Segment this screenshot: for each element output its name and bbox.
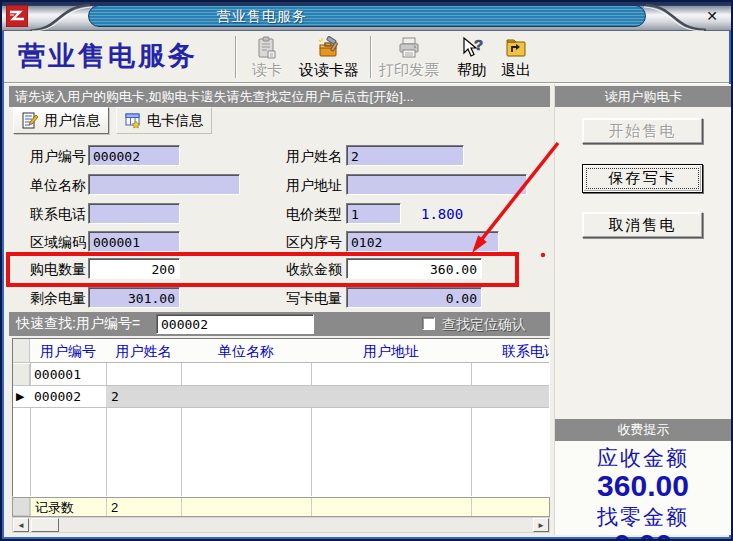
help-label: 帮助 bbox=[457, 62, 487, 78]
user-name-label: 用户姓名 bbox=[270, 148, 342, 166]
help-button[interactable]: ? 帮助 bbox=[452, 35, 492, 79]
amount-label: 收款金额 bbox=[270, 261, 342, 279]
cell-user-name: 2 bbox=[107, 386, 181, 407]
fee-panel-header: 收费提示 bbox=[555, 419, 732, 441]
app-logo-icon bbox=[6, 5, 28, 27]
write-card-label: 写卡电量 bbox=[270, 290, 342, 308]
card-reader-icon bbox=[256, 36, 278, 60]
confirm-locate-label: 查找定位确认 bbox=[442, 316, 526, 334]
cell-user-id: 000001 bbox=[30, 364, 106, 385]
area-code-label: 区域编码 bbox=[14, 234, 86, 252]
area-seq-label: 区内序号 bbox=[270, 234, 342, 252]
table-footer: 记录数 2 bbox=[12, 497, 550, 517]
scroll-left-button[interactable]: ◄ bbox=[13, 518, 29, 532]
print-invoice-button[interactable]: 打印发票 bbox=[376, 35, 442, 79]
footer-selector-stub bbox=[13, 498, 30, 516]
save-write-card-button[interactable]: 保存写卡 bbox=[582, 164, 703, 193]
grid-line bbox=[311, 498, 312, 516]
area-code-field[interactable] bbox=[88, 231, 180, 252]
user-name-field[interactable] bbox=[346, 145, 464, 166]
col-header-user-id[interactable]: 用户编号 bbox=[30, 339, 106, 363]
scroll-right-button[interactable]: ► bbox=[533, 518, 549, 532]
cell-user-id: 000002 bbox=[30, 386, 106, 407]
page-title: 营业售电服务 bbox=[18, 38, 198, 74]
prompt-bar: 请先读入用户的购电卡,如购电卡遗失请先查找定位用户后点击[开始]... bbox=[9, 86, 550, 107]
exit-icon bbox=[504, 36, 528, 60]
right-panel-header: 读用户购电卡 bbox=[555, 86, 732, 107]
price-type-field[interactable] bbox=[346, 203, 401, 224]
change-amount-label: 找零金额 bbox=[555, 503, 731, 531]
area-seq-field[interactable] bbox=[346, 231, 499, 252]
cancel-sale-button[interactable]: 取消售电 bbox=[582, 212, 703, 238]
selector-header-cell bbox=[13, 339, 30, 363]
table-row-selected[interactable]: 000002 2 ▶ bbox=[13, 386, 549, 408]
col-header-phone[interactable]: 联系电话 bbox=[471, 339, 550, 363]
org-name-field[interactable] bbox=[88, 174, 240, 195]
grid-line bbox=[30, 498, 31, 516]
user-addr-field[interactable] bbox=[346, 174, 527, 195]
svg-text:?: ? bbox=[474, 36, 483, 53]
exit-label: 退出 bbox=[501, 62, 531, 78]
start-sale-button[interactable]: 开始售电 bbox=[582, 118, 703, 144]
user-info-icon bbox=[22, 112, 39, 129]
setup-reader-button[interactable]: 设读卡器 bbox=[296, 35, 362, 79]
user-id-field[interactable] bbox=[88, 145, 180, 166]
client-area: 营业售电服务 读卡 设读卡器 bbox=[4, 31, 729, 537]
change-amount-value: 0.00 bbox=[555, 528, 731, 541]
print-invoice-label: 打印发票 bbox=[379, 62, 439, 78]
window-title: 营业售电服务 bbox=[88, 5, 646, 27]
scrollbar-thumb[interactable] bbox=[31, 518, 59, 532]
tab-card-info-label: 电卡信息 bbox=[147, 112, 203, 130]
quick-find-label: 快速查找:用户编号= bbox=[16, 315, 140, 333]
grid-line bbox=[471, 498, 472, 516]
current-row-indicator-icon: ▶ bbox=[16, 390, 24, 403]
setup-reader-label: 设读卡器 bbox=[299, 62, 359, 78]
col-header-user-name[interactable]: 用户姓名 bbox=[106, 339, 181, 363]
help-icon: ? bbox=[459, 36, 485, 60]
grid-line bbox=[181, 498, 182, 516]
user-table[interactable]: 用户编号 用户姓名 单位名称 用户地址 联系电话 000001 000002 2… bbox=[12, 338, 550, 497]
row-selector-cell bbox=[13, 364, 30, 386]
unit-price-value: 1.800 bbox=[421, 206, 463, 222]
printer-icon bbox=[397, 36, 421, 60]
grid-line bbox=[106, 498, 107, 516]
user-id-label: 用户编号 bbox=[14, 148, 86, 166]
title-bar[interactable]: 营业售电服务 ✕ bbox=[2, 2, 731, 31]
phone-field[interactable] bbox=[88, 203, 180, 224]
col-header-user-addr[interactable]: 用户地址 bbox=[311, 339, 471, 363]
col-header-org-name[interactable]: 单位名称 bbox=[181, 339, 311, 363]
purchase-qty-field[interactable] bbox=[88, 258, 180, 279]
record-count-value: 2 bbox=[111, 499, 118, 517]
confirm-locate-checkbox[interactable] bbox=[422, 317, 435, 330]
record-count-label: 记录数 bbox=[35, 499, 74, 517]
table-header-row: 用户编号 用户姓名 单位名称 用户地址 联系电话 bbox=[13, 339, 549, 363]
table-hscrollbar[interactable]: ◄ ► bbox=[12, 517, 550, 533]
quick-find-input[interactable] bbox=[156, 314, 314, 334]
read-card-button[interactable]: 读卡 bbox=[242, 35, 292, 79]
toolbar-separator bbox=[235, 36, 237, 78]
table-row[interactable]: 000001 bbox=[13, 364, 549, 386]
write-card-field[interactable] bbox=[346, 287, 482, 308]
remaining-label: 剩余电量 bbox=[14, 290, 86, 308]
app-window: 营业售电服务 ✕ 营业售电服务 读卡 bbox=[0, 0, 733, 541]
amount-field[interactable] bbox=[346, 258, 482, 279]
read-card-label: 读卡 bbox=[252, 62, 282, 78]
reader-setup-icon bbox=[317, 36, 341, 60]
user-addr-label: 用户地址 bbox=[270, 177, 342, 195]
phone-label: 联系电话 bbox=[14, 206, 86, 224]
right-panel: 读用户购电卡 开始售电 保存写卡 取消售电 收费提示 应收金额 360.00 找… bbox=[554, 84, 731, 535]
tab-user-info[interactable]: 用户信息 bbox=[13, 107, 109, 134]
close-button[interactable]: ✕ bbox=[701, 6, 723, 26]
receivable-amount-value: 360.00 bbox=[555, 469, 731, 503]
receivable-amount-label: 应收金额 bbox=[555, 444, 731, 472]
exit-button[interactable]: 退出 bbox=[496, 35, 536, 79]
price-type-label: 电价类型 bbox=[270, 206, 342, 224]
remaining-field[interactable] bbox=[88, 287, 180, 308]
tab-card-info[interactable]: 电卡信息 bbox=[116, 107, 212, 134]
tab-user-info-label: 用户信息 bbox=[44, 112, 100, 130]
purchase-qty-label: 购电数量 bbox=[14, 261, 86, 279]
toolbar-separator bbox=[370, 36, 372, 78]
org-name-label: 单位名称 bbox=[14, 177, 86, 195]
card-info-icon bbox=[125, 112, 142, 129]
